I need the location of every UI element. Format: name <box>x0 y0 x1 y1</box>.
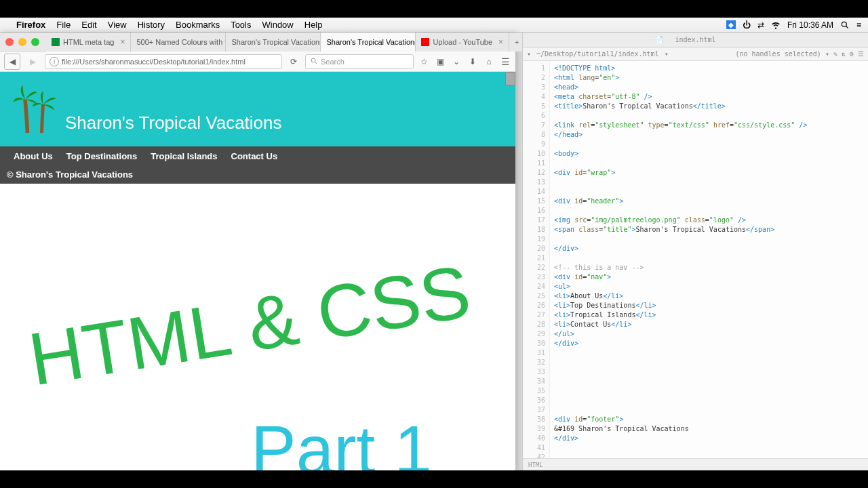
editor-nav-icon[interactable]: ⇅ <box>842 50 846 58</box>
mac-menubar: Firefox File Edit View History Bookmarks… <box>0 18 868 33</box>
search-placeholder: Search <box>321 58 344 66</box>
editor-list-icon[interactable]: ☰ <box>858 50 864 58</box>
svg-point-2 <box>311 58 315 62</box>
view-menu[interactable]: View <box>108 20 127 30</box>
overlay-line-2: Part 1 <box>251 411 432 470</box>
minimize-window-button[interactable] <box>18 38 26 46</box>
firefox-window: HTML meta tag× 500+ Named Colours with t… <box>0 33 515 470</box>
spotlight-icon[interactable] <box>840 20 850 30</box>
browser-viewport: Sharon's Tropical Vacations About Us Top… <box>0 72 515 470</box>
help-menu[interactable]: Help <box>304 20 323 30</box>
edit-menu[interactable]: Edit <box>81 20 96 30</box>
editor-gear-icon[interactable]: ⚙ <box>850 50 854 58</box>
self-icon[interactable]: ▣ <box>434 57 446 66</box>
tab-3-active[interactable]: Sharon's Tropical Vacations× <box>321 33 416 52</box>
search-icon <box>310 57 318 66</box>
search-bar[interactable]: Search <box>305 54 414 69</box>
url-bar[interactable]: i file:///Users/sharonmasucci/Desktop/tu… <box>45 54 282 69</box>
bookmarks-menu[interactable]: Bookmarks <box>176 20 220 30</box>
power-icon[interactable]: ⏻ <box>743 20 751 30</box>
app-menu-button[interactable]: ☰ <box>499 56 511 67</box>
bookmark-star-icon[interactable]: ☆ <box>418 57 430 66</box>
nav-contact-us[interactable]: Contact Us <box>231 151 278 161</box>
dropdown-icon[interactable]: ▾ <box>665 50 669 58</box>
zoom-window-button[interactable] <box>31 38 39 46</box>
clock[interactable]: Fri 10:36 AM <box>787 20 833 30</box>
menu-extras-icon[interactable]: ≡ <box>856 20 861 30</box>
editor-path[interactable]: ~/Desktop/tutorial1/index.html <box>536 50 659 58</box>
close-window-button[interactable] <box>5 38 14 46</box>
dropdown-icon[interactable]: ▾ <box>527 50 531 58</box>
w3-icon <box>52 38 60 46</box>
youtube-icon <box>421 38 429 46</box>
tab-4[interactable]: Upload - YouTube× <box>416 33 509 52</box>
svg-point-0 <box>842 22 846 26</box>
tab-1[interactable]: 500+ Named Colours with t...× <box>131 33 226 52</box>
wifi-icon[interactable] <box>771 20 781 30</box>
tab-0[interactable]: HTML meta tag× <box>46 33 131 52</box>
editor-doc-icon: 📄 <box>655 36 663 43</box>
traffic-lights <box>5 38 39 46</box>
app-menu[interactable]: Firefox <box>16 20 45 30</box>
close-tab-icon[interactable]: × <box>120 37 125 47</box>
svg-line-1 <box>846 26 848 28</box>
dropbox-icon[interactable]: ◆ <box>726 20 736 29</box>
status-lang: HTML <box>528 462 543 468</box>
svg-line-3 <box>315 62 317 64</box>
line-gutter: 1234567891011121314151617181920212223242… <box>523 61 550 458</box>
page-title: Sharon's Tropical Vacations <box>65 113 282 134</box>
pocket-icon[interactable]: ⌄ <box>450 57 462 66</box>
editor-titlebar[interactable]: 📄 index.html <box>523 33 868 47</box>
palm-tree-logo <box>11 79 58 140</box>
overlay-line-1: HTML & CSS <box>23 247 476 402</box>
close-tab-icon[interactable]: × <box>498 37 503 47</box>
code-area[interactable]: <!DOCTYPE html><html lang="en"><head><me… <box>550 61 868 458</box>
nav-about-us[interactable]: About Us <box>14 151 53 161</box>
handles-label[interactable]: (no handles selected) <box>735 50 821 58</box>
page-header: Sharon's Tropical Vacations <box>0 72 515 146</box>
reload-button[interactable]: ⟳ <box>286 54 301 70</box>
url-text: file:///Users/sharonmasucci/Desktop/tuto… <box>62 58 245 66</box>
home-icon[interactable]: ⌂ <box>483 57 495 66</box>
tools-menu[interactable]: Tools <box>231 20 251 30</box>
switch-icon[interactable]: ⇄ <box>757 20 764 30</box>
page-nav: About Us Top Destinations Tropical Islan… <box>0 146 515 165</box>
page-footer: © Sharon's Tropical Vacations <box>0 165 515 184</box>
nav-top-destinations[interactable]: Top Destinations <box>66 151 137 161</box>
desktop: HTML meta tag× 500+ Named Colours with t… <box>0 33 868 470</box>
editor-title: index.html <box>675 36 715 43</box>
editor-window: 📄 index.html ▾ ~/Desktop/tutorial1/index… <box>522 33 868 470</box>
file-menu[interactable]: File <box>56 20 71 30</box>
window-menu[interactable]: Window <box>262 20 294 30</box>
downloads-icon[interactable]: ⬇ <box>467 57 479 66</box>
editor-statusbar: HTML <box>523 458 868 470</box>
scrollbar-thumb[interactable] <box>505 72 515 85</box>
back-button[interactable]: ◀ <box>4 54 20 70</box>
browser-toolbar: ◀ ▶ i file:///Users/sharonmasucci/Deskto… <box>0 52 515 72</box>
editor-body[interactable]: 1234567891011121314151617181920212223242… <box>523 61 868 458</box>
dropdown-icon[interactable]: ▾ <box>825 50 829 58</box>
tab-2[interactable]: Sharon's Tropical Vacations× <box>226 33 321 52</box>
editor-settings-icon[interactable]: ✎ <box>833 50 837 58</box>
nav-tropical-islands[interactable]: Tropical Islands <box>151 151 217 161</box>
editor-tabbar: ▾ ~/Desktop/tutorial1/index.html ▾ (no h… <box>523 47 868 61</box>
site-info-icon[interactable]: i <box>50 57 59 66</box>
window-titlebar[interactable]: HTML meta tag× 500+ Named Colours with t… <box>0 33 515 52</box>
browser-tabs: HTML meta tag× 500+ Named Colours with t… <box>46 33 525 52</box>
history-menu[interactable]: History <box>138 20 165 30</box>
forward-button[interactable]: ▶ <box>24 54 41 70</box>
